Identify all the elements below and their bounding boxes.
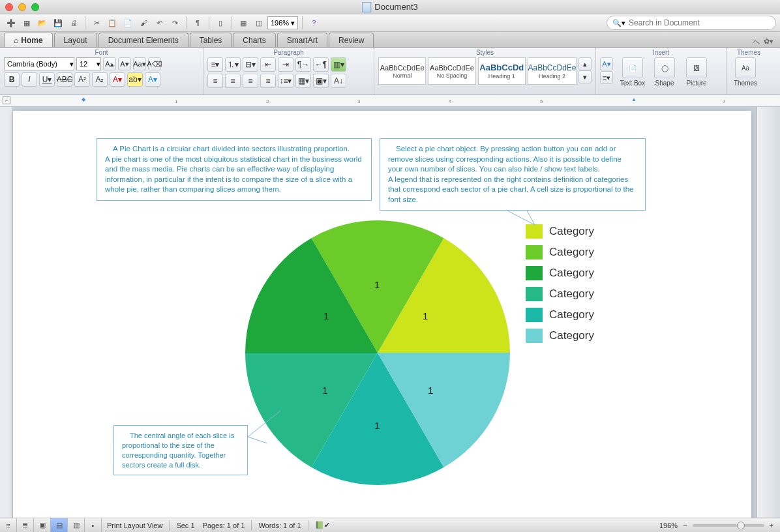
zoom-window-button[interactable] xyxy=(31,3,39,11)
zoom-in-button[interactable]: + xyxy=(770,522,773,529)
focus-view-button[interactable]: ▪ xyxy=(85,518,102,533)
clear-formatting-button[interactable]: A⌫ xyxy=(148,57,161,70)
draft-view-button[interactable]: ≡ xyxy=(0,518,17,533)
ltr-button[interactable]: ¶→ xyxy=(295,57,311,72)
search-input[interactable] xyxy=(629,18,770,27)
notebook-view-button[interactable]: ▥ xyxy=(68,518,85,533)
themes-button[interactable]: AaThemes xyxy=(730,57,760,87)
slice-label-1: 1 xyxy=(423,310,428,321)
ruler[interactable]: 1 2 3 4 5 7 ◆ ▲ ⌐ xyxy=(0,95,780,107)
search-box[interactable]: 🔍▾ xyxy=(607,16,776,30)
style-set-button[interactable]: A▾ xyxy=(600,57,613,70)
style-no-spacing[interactable]: AaBbCcDdEeNo Spacing xyxy=(428,57,475,85)
new-document-button[interactable]: ➕ xyxy=(4,16,18,30)
style-heading-1[interactable]: AaBbCcDdHeading 1 xyxy=(478,57,526,85)
callout-box-2[interactable]: Select a pie chart object. By pressing a… xyxy=(380,138,646,211)
underline-button[interactable]: U▾ xyxy=(39,72,55,87)
outline-view-button[interactable]: ≣ xyxy=(17,518,34,533)
help-button[interactable]: ? xyxy=(307,16,321,30)
style-heading-2[interactable]: AaBbCcDdEeHeading 2 xyxy=(528,57,577,85)
indent-marker-icon[interactable]: ◆ xyxy=(82,96,85,102)
ribbon-settings-icon[interactable]: ✿▾ xyxy=(764,37,773,47)
media-button[interactable]: ◫ xyxy=(252,16,266,30)
styles-scroll-down-button[interactable]: ▾ xyxy=(578,70,592,83)
print-button[interactable]: 🖨 xyxy=(67,16,81,30)
document-page[interactable]: A Pie Chart is a circular chart divided … xyxy=(13,111,751,518)
font-color-button[interactable]: A▾ xyxy=(110,72,125,87)
tab-home[interactable]: ⌂ Home xyxy=(4,33,53,47)
insert-shape-button[interactable]: ◯Shape xyxy=(650,57,680,87)
font-size-selector[interactable]: 12▾ xyxy=(76,57,101,70)
sort-button[interactable]: A↓ xyxy=(331,74,346,88)
borders-button[interactable]: ▣▾ xyxy=(313,74,329,88)
text-effects-button[interactable]: A▾ xyxy=(145,72,160,87)
legend-swatch xyxy=(526,308,543,322)
group-label-themes: Themes xyxy=(730,49,767,57)
strikethrough-button[interactable]: ABC xyxy=(57,72,72,87)
italic-button[interactable]: I xyxy=(22,72,37,87)
columns-button[interactable]: ▥▾ xyxy=(331,57,346,72)
tab-selector-button[interactable]: ⌐ xyxy=(3,96,10,104)
close-window-button[interactable] xyxy=(5,3,13,11)
minimize-window-button[interactable] xyxy=(18,3,26,11)
collapse-ribbon-icon[interactable]: ヘ xyxy=(753,37,760,47)
zoom-slider[interactable] xyxy=(693,524,764,527)
slice-label-2: 1 xyxy=(374,279,380,290)
bullets-button[interactable]: ≡▾ xyxy=(207,57,223,72)
insert-picture-button[interactable]: 🖼Picture xyxy=(682,57,712,87)
pie-chart[interactable]: 1 1 1 1 1 1 xyxy=(245,220,510,485)
callout-box-1[interactable]: A Pie Chart is a circular chart divided … xyxy=(97,138,372,201)
change-case-button[interactable]: Aa▾ xyxy=(133,57,146,70)
list-styles-button[interactable]: ≡▾ xyxy=(600,71,613,84)
cut-button[interactable]: ✂ xyxy=(89,16,104,30)
zoom-selector[interactable]: 196% ▾ xyxy=(267,16,298,29)
publishing-view-button[interactable]: ▣ xyxy=(34,518,51,533)
style-normal[interactable]: AaBbCcDdEeNormal xyxy=(378,57,426,85)
bold-button[interactable]: B xyxy=(4,72,20,87)
insert-text-box-button[interactable]: 📄Text Box xyxy=(618,57,648,87)
align-center-button[interactable]: ≡ xyxy=(225,74,241,88)
increase-indent-button[interactable]: ⇥ xyxy=(278,57,293,72)
callout-box-3[interactable]: The central angle of each slice is propo… xyxy=(113,425,248,475)
save-button[interactable]: 💾 xyxy=(51,16,65,30)
numbering-button[interactable]: ⒈▾ xyxy=(225,57,241,72)
highlight-button[interactable]: ab▾ xyxy=(127,72,143,87)
right-indent-marker-icon[interactable]: ▲ xyxy=(631,96,637,102)
tab-tables[interactable]: Tables xyxy=(190,33,232,47)
align-right-button[interactable]: ≡ xyxy=(243,74,258,88)
format-painter-button[interactable]: 🖌 xyxy=(136,16,151,30)
multilevel-list-button[interactable]: ⊟▾ xyxy=(243,57,258,72)
font-name-selector[interactable]: Cambria (Body)▾ xyxy=(4,57,74,70)
paste-button[interactable]: 📄 xyxy=(121,16,135,30)
vertical-ruler[interactable] xyxy=(0,107,13,518)
styles-scroll-up-button[interactable]: ▴ xyxy=(578,57,592,70)
grow-font-button[interactable]: A▴ xyxy=(103,57,116,70)
redo-button[interactable]: ↷ xyxy=(168,16,182,30)
rtl-button[interactable]: ←¶ xyxy=(313,57,329,72)
templates-button[interactable]: ▦ xyxy=(20,16,34,30)
line-spacing-button[interactable]: ↕≡▾ xyxy=(278,74,293,88)
tab-layout[interactable]: Layout xyxy=(54,33,97,47)
superscript-button[interactable]: A² xyxy=(74,72,90,87)
align-left-button[interactable]: ≡ xyxy=(207,74,223,88)
justify-button[interactable]: ≡ xyxy=(260,74,276,88)
copy-button[interactable]: 📋 xyxy=(105,16,119,30)
shrink-font-button[interactable]: A▾ xyxy=(118,57,131,70)
tab-document-elements[interactable]: Document Elements xyxy=(98,33,188,47)
sidebar-button[interactable]: ▯ xyxy=(213,16,228,30)
subscript-button[interactable]: A₂ xyxy=(92,72,108,87)
toolbox-button[interactable]: ▦ xyxy=(236,16,250,30)
open-button[interactable]: 📂 xyxy=(35,16,50,30)
spellcheck-icon[interactable]: 📗✔ xyxy=(315,521,330,529)
decrease-indent-button[interactable]: ⇤ xyxy=(260,57,276,72)
tab-review[interactable]: Review xyxy=(329,33,374,47)
print-layout-view-button[interactable]: ▤ xyxy=(51,518,68,533)
shading-button[interactable]: ▦▾ xyxy=(295,74,311,88)
show-formatting-button[interactable]: ¶ xyxy=(190,16,205,30)
zoom-out-button[interactable]: − xyxy=(683,522,687,529)
tab-smartart[interactable]: SmartArt xyxy=(277,33,327,47)
scrollbar-vertical[interactable] xyxy=(757,107,780,518)
legend-item: Category xyxy=(526,245,594,259)
tab-charts[interactable]: Charts xyxy=(233,33,275,47)
undo-button[interactable]: ↶ xyxy=(152,16,166,30)
